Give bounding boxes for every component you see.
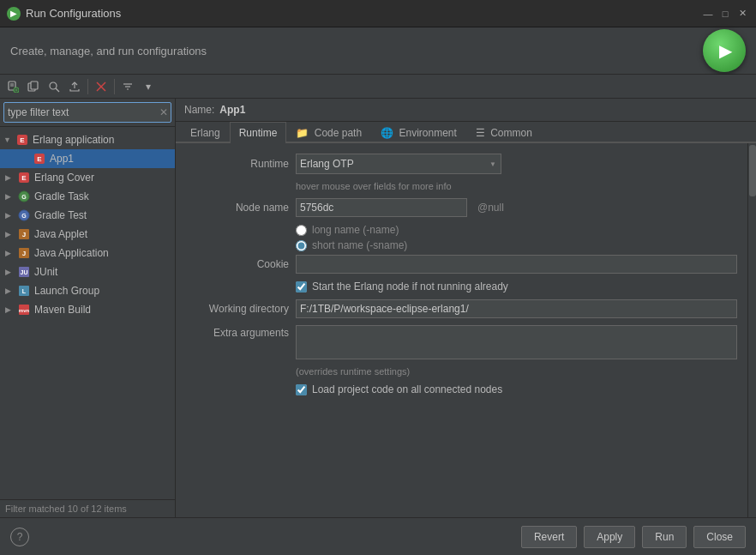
long-name-label: long name (-name) [312, 224, 399, 236]
short-name-radio[interactable] [296, 240, 307, 251]
close-button[interactable]: Close [693, 526, 746, 548]
tab-common[interactable]: ☰ Common [466, 122, 542, 143]
runtime-select[interactable]: Erlang OTP [296, 154, 501, 174]
gradle-test-label: Gradle Test [34, 209, 87, 221]
extra-args-textarea[interactable] [296, 325, 737, 359]
help-button[interactable]: ? [10, 528, 29, 546]
codepath-icon: 📁 [296, 127, 309, 139]
tree-item-java-applet[interactable]: ▶ J Java Applet [0, 225, 175, 244]
short-name-label: short name (-sname) [312, 239, 407, 251]
tree-item-launch-group[interactable]: ▶ L Launch Group [0, 281, 175, 300]
maven-toggle[interactable]: ▶ [5, 305, 17, 314]
node-name-row: Node name @null [186, 198, 737, 217]
tab-erlang[interactable]: Erlang [181, 122, 230, 143]
launch-group-icon: L [17, 284, 31, 298]
svg-text:JU: JU [21, 269, 28, 275]
menu-button[interactable]: ▾ [139, 77, 158, 96]
name-value: App1 [219, 104, 245, 116]
filter-input[interactable] [3, 102, 171, 123]
filter-button[interactable] [118, 77, 137, 96]
revert-button[interactable]: Revert [521, 526, 577, 548]
duplicate-button[interactable] [24, 77, 43, 96]
toolbar: ▾ [0, 75, 756, 99]
name-label: Name: [184, 104, 214, 116]
cookie-row: Cookie [186, 255, 737, 274]
filter-clear-button[interactable]: ✕ [159, 107, 168, 118]
svg-text:L: L [22, 288, 27, 294]
working-dir-input[interactable] [296, 299, 737, 318]
delete-button[interactable] [92, 77, 111, 96]
gradle-test-toggle[interactable]: ▶ [5, 211, 17, 220]
app1-icon: E [33, 152, 46, 166]
tree-item-gradle-test[interactable]: ▶ G Gradle Test [0, 206, 175, 225]
java-app-label: Java Application [34, 247, 109, 259]
env-icon: 🌐 [381, 127, 393, 139]
java-applet-toggle[interactable]: ▶ [5, 230, 17, 238]
common-icon: ☰ [476, 127, 485, 139]
junit-icon: JU [17, 265, 31, 279]
launch-group-toggle[interactable]: ▶ [5, 287, 17, 295]
svg-text:mvn: mvn [19, 308, 30, 313]
toolbar-separator-1 [87, 79, 88, 94]
erlang-app-group-label: Erlang application [33, 134, 114, 146]
gradle-task-label: Gradle Task [34, 190, 89, 202]
junit-toggle[interactable]: ▶ [5, 268, 17, 276]
tree-item-maven-build[interactable]: ▶ mvn Maven Build [0, 300, 175, 319]
runtime-hint: hover mouse over fields for more info [186, 181, 737, 191]
runtime-label: Runtime [186, 158, 289, 170]
tree-item-junit[interactable]: ▶ JU JUnit [0, 262, 175, 281]
tab-runtime[interactable]: Runtime [230, 122, 287, 143]
close-window-button[interactable]: ✕ [735, 7, 749, 21]
export-button[interactable] [65, 77, 84, 96]
header-subtitle: Create, manage, and run configurations [10, 45, 207, 57]
window-controls[interactable]: — □ ✕ [701, 7, 749, 21]
java-app-icon: J [17, 246, 31, 260]
erlang-cover-icon: E [17, 171, 31, 184]
app1-label: App1 [50, 153, 74, 165]
working-dir-label: Working directory [186, 303, 289, 315]
long-name-row: long name (-name) [186, 224, 737, 236]
svg-text:E: E [21, 174, 27, 182]
maximize-button[interactable]: □ [718, 7, 732, 21]
svg-text:J: J [22, 250, 26, 257]
apply-button[interactable]: Apply [584, 526, 635, 548]
search-button[interactable] [45, 77, 63, 96]
node-name-label: Node name [186, 202, 289, 214]
tab-codepath[interactable]: 📁 Code path [286, 122, 371, 143]
new-config-button[interactable] [3, 77, 22, 96]
minimize-button[interactable]: — [701, 7, 715, 21]
right-panel: Name: App1 Erlang Runtime 📁 Code path 🌐 … [176, 99, 756, 517]
bottom-right: Revert Apply Run Close [521, 526, 746, 548]
tree-item-java-application[interactable]: ▶ J Java Application [0, 244, 175, 262]
tree-item-gradle-task[interactable]: ▶ G Gradle Task [0, 187, 175, 206]
maven-icon: mvn [17, 303, 31, 317]
start-node-checkbox[interactable] [296, 281, 307, 293]
tree-item-app1[interactable]: E App1 [0, 149, 175, 168]
maven-label: Maven Build [34, 304, 91, 316]
tree-item-erlang-cover[interactable]: ▶ E Erlang Cover [0, 168, 175, 187]
junit-label: JUnit [34, 266, 57, 278]
tree-item-erlang-app-group[interactable]: ▼ E Erlang application [0, 130, 175, 149]
run-label: Run [655, 531, 674, 543]
svg-text:E: E [37, 155, 42, 163]
right-scrollbar[interactable] [747, 143, 756, 517]
long-name-radio[interactable] [296, 225, 307, 236]
load-project-label: Load project code on all connected nodes [312, 383, 502, 395]
scrollbar-thumb[interactable] [749, 145, 756, 196]
cookie-input[interactable] [296, 255, 737, 274]
erlang-cover-toggle[interactable]: ▶ [5, 173, 17, 182]
tab-environment[interactable]: 🌐 Environment [371, 122, 466, 143]
tree-area: ▼ E Erlang application [0, 127, 175, 499]
title-bar-left: ▶ Run Configurations [7, 7, 121, 21]
title-bar: ▶ Run Configurations — □ ✕ [0, 0, 756, 27]
run-config-button[interactable]: Run [642, 526, 687, 548]
run-button[interactable] [703, 29, 746, 72]
erlang-app-group-icon: E [15, 133, 29, 147]
tree-toggle-erlang-app[interactable]: ▼ [3, 136, 15, 144]
filter-status: Filter matched 10 of 12 items [0, 499, 175, 517]
java-app-toggle[interactable]: ▶ [5, 249, 17, 257]
java-applet-icon: J [17, 227, 31, 241]
node-name-input[interactable] [296, 198, 467, 217]
load-project-checkbox[interactable] [296, 384, 307, 395]
gradle-task-toggle[interactable]: ▶ [5, 192, 17, 201]
